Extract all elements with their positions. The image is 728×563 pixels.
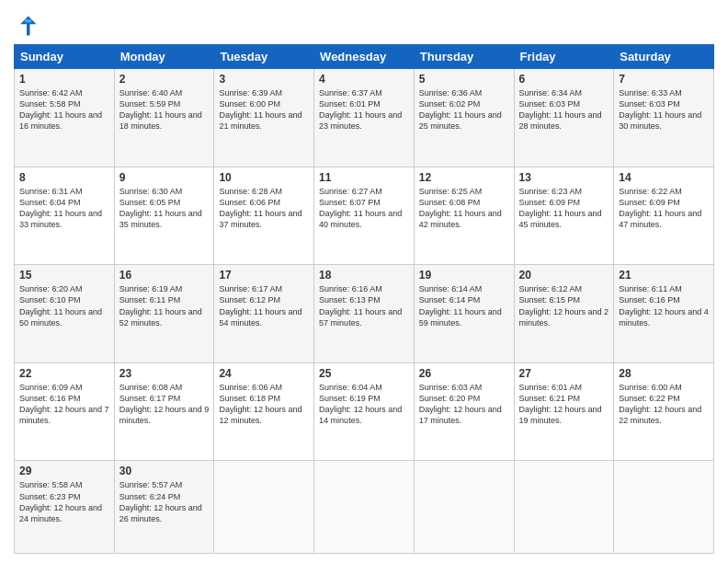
calendar-cell: 16 Sunrise: 6:19 AM Sunset: 6:11 PM Dayl… (114, 265, 214, 363)
calendar-cell: 29 Sunrise: 5:58 AM Sunset: 6:23 PM Dayl… (15, 461, 115, 554)
calendar-cell: 21 Sunrise: 6:11 AM Sunset: 6:16 PM Dayl… (614, 265, 714, 363)
logo (14, 9, 43, 39)
day-info: Sunrise: 6:19 AM Sunset: 6:11 PM Dayligh… (119, 283, 210, 328)
header-day-tuesday: Tuesday (214, 45, 314, 69)
header-day-thursday: Thursday (414, 45, 514, 69)
day-number: 9 (119, 171, 210, 184)
day-number: 29 (19, 465, 109, 477)
day-number: 14 (619, 171, 709, 184)
day-info: Sunrise: 6:25 AM Sunset: 6:08 PM Dayligh… (419, 186, 509, 231)
calendar-cell: 13 Sunrise: 6:23 AM Sunset: 6:09 PM Dayl… (514, 167, 614, 265)
day-number: 23 (119, 367, 210, 380)
day-number: 3 (219, 73, 309, 86)
day-info: Sunrise: 6:16 AM Sunset: 6:13 PM Dayligh… (319, 283, 409, 328)
calendar-cell: 2 Sunrise: 6:40 AM Sunset: 5:59 PM Dayli… (114, 69, 214, 167)
day-info: Sunrise: 5:57 AM Sunset: 6:24 PM Dayligh… (119, 479, 210, 524)
calendar-cell: 18 Sunrise: 6:16 AM Sunset: 6:13 PM Dayl… (314, 265, 415, 363)
calendar-cell: 4 Sunrise: 6:37 AM Sunset: 6:01 PM Dayli… (314, 69, 415, 167)
calendar-cell: 11 Sunrise: 6:27 AM Sunset: 6:07 PM Dayl… (314, 167, 415, 265)
day-info: Sunrise: 6:30 AM Sunset: 6:05 PM Dayligh… (119, 186, 210, 231)
day-info: Sunrise: 6:42 AM Sunset: 5:58 PM Dayligh… (19, 87, 109, 132)
day-info: Sunrise: 6:01 AM Sunset: 6:21 PM Dayligh… (519, 382, 609, 427)
day-info: Sunrise: 6:14 AM Sunset: 6:14 PM Dayligh… (419, 283, 509, 328)
calendar-cell (214, 461, 314, 554)
calendar-cell: 17 Sunrise: 6:17 AM Sunset: 6:12 PM Dayl… (214, 265, 314, 363)
day-info: Sunrise: 6:33 AM Sunset: 6:03 PM Dayligh… (619, 87, 709, 132)
day-info: Sunrise: 5:58 AM Sunset: 6:23 PM Dayligh… (19, 479, 109, 524)
calendar-table: SundayMondayTuesdayWednesdayThursdayFrid… (14, 44, 714, 554)
calendar-cell: 27 Sunrise: 6:01 AM Sunset: 6:21 PM Dayl… (514, 362, 614, 461)
calendar-cell: 3 Sunrise: 6:39 AM Sunset: 6:00 PM Dayli… (214, 69, 314, 167)
calendar-cell: 25 Sunrise: 6:04 AM Sunset: 6:19 PM Dayl… (314, 362, 415, 461)
day-number: 22 (19, 367, 109, 380)
calendar-cell: 7 Sunrise: 6:33 AM Sunset: 6:03 PM Dayli… (614, 69, 714, 167)
day-number: 18 (319, 269, 409, 282)
svg-marker-2 (25, 19, 31, 23)
day-number: 19 (419, 269, 509, 282)
calendar-cell: 26 Sunrise: 6:03 AM Sunset: 6:20 PM Dayl… (414, 362, 514, 461)
calendar-cell: 19 Sunrise: 6:14 AM Sunset: 6:14 PM Dayl… (414, 265, 514, 363)
calendar-cell: 30 Sunrise: 5:57 AM Sunset: 6:24 PM Dayl… (114, 461, 214, 554)
day-number: 25 (319, 367, 409, 380)
day-info: Sunrise: 6:17 AM Sunset: 6:12 PM Dayligh… (219, 283, 309, 328)
day-number: 8 (19, 171, 109, 184)
header-day-saturday: Saturday (614, 45, 714, 69)
header-row: SundayMondayTuesdayWednesdayThursdayFrid… (15, 45, 714, 69)
day-number: 12 (419, 171, 509, 184)
calendar-cell: 8 Sunrise: 6:31 AM Sunset: 6:04 PM Dayli… (15, 167, 115, 265)
calendar-cell (614, 461, 714, 554)
header-day-friday: Friday (514, 45, 614, 69)
calendar-cell: 10 Sunrise: 6:28 AM Sunset: 6:06 PM Dayl… (214, 167, 314, 265)
day-info: Sunrise: 6:31 AM Sunset: 6:04 PM Dayligh… (19, 186, 109, 231)
calendar-cell: 23 Sunrise: 6:08 AM Sunset: 6:17 PM Dayl… (114, 362, 214, 461)
day-info: Sunrise: 6:40 AM Sunset: 5:59 PM Dayligh… (119, 87, 210, 132)
day-number: 1 (19, 73, 109, 86)
day-number: 5 (419, 73, 509, 86)
day-info: Sunrise: 6:23 AM Sunset: 6:09 PM Dayligh… (519, 186, 609, 231)
day-number: 16 (119, 269, 210, 282)
header-day-monday: Monday (114, 45, 214, 69)
calendar-cell: 24 Sunrise: 6:06 AM Sunset: 6:18 PM Dayl… (214, 362, 314, 461)
calendar-cell: 28 Sunrise: 6:00 AM Sunset: 6:22 PM Dayl… (614, 362, 714, 461)
day-number: 4 (319, 73, 409, 86)
day-number: 15 (19, 269, 109, 282)
day-info: Sunrise: 6:00 AM Sunset: 6:22 PM Dayligh… (619, 382, 709, 427)
calendar-cell: 9 Sunrise: 6:30 AM Sunset: 6:05 PM Dayli… (114, 167, 214, 265)
day-info: Sunrise: 6:11 AM Sunset: 6:16 PM Dayligh… (619, 283, 709, 328)
page: SundayMondayTuesdayWednesdayThursdayFrid… (0, 0, 728, 563)
header-day-wednesday: Wednesday (314, 45, 415, 69)
calendar-cell: 15 Sunrise: 6:20 AM Sunset: 6:10 PM Dayl… (15, 265, 115, 363)
day-info: Sunrise: 6:04 AM Sunset: 6:19 PM Dayligh… (319, 382, 409, 427)
day-info: Sunrise: 6:34 AM Sunset: 6:03 PM Dayligh… (519, 87, 609, 132)
calendar-cell: 6 Sunrise: 6:34 AM Sunset: 6:03 PM Dayli… (514, 69, 614, 167)
day-number: 13 (519, 171, 609, 184)
day-info: Sunrise: 6:12 AM Sunset: 6:15 PM Dayligh… (519, 283, 609, 328)
day-number: 30 (119, 465, 210, 477)
header (14, 9, 714, 39)
calendar-cell (414, 461, 514, 554)
day-number: 26 (419, 367, 509, 380)
day-info: Sunrise: 6:36 AM Sunset: 6:02 PM Dayligh… (419, 87, 509, 132)
day-number: 17 (219, 269, 309, 282)
day-info: Sunrise: 6:09 AM Sunset: 6:16 PM Dayligh… (19, 382, 109, 427)
calendar-cell: 20 Sunrise: 6:12 AM Sunset: 6:15 PM Dayl… (514, 265, 614, 363)
calendar-cell (514, 461, 614, 554)
day-number: 27 (519, 367, 609, 380)
day-number: 21 (619, 269, 709, 282)
day-number: 10 (219, 171, 309, 184)
day-number: 11 (319, 171, 409, 184)
calendar-cell: 5 Sunrise: 6:36 AM Sunset: 6:02 PM Dayli… (414, 69, 514, 167)
day-info: Sunrise: 6:37 AM Sunset: 6:01 PM Dayligh… (319, 87, 409, 132)
svg-marker-1 (20, 17, 37, 36)
day-number: 2 (119, 73, 210, 86)
day-number: 24 (219, 367, 309, 380)
calendar-cell (314, 461, 415, 554)
day-info: Sunrise: 6:08 AM Sunset: 6:17 PM Dayligh… (119, 382, 210, 427)
header-day-sunday: Sunday (15, 45, 115, 69)
day-number: 6 (519, 73, 609, 86)
day-number: 28 (619, 367, 709, 380)
day-info: Sunrise: 6:22 AM Sunset: 6:09 PM Dayligh… (619, 186, 709, 231)
day-info: Sunrise: 6:03 AM Sunset: 6:20 PM Dayligh… (419, 382, 509, 427)
day-info: Sunrise: 6:27 AM Sunset: 6:07 PM Dayligh… (319, 186, 409, 231)
day-info: Sunrise: 6:39 AM Sunset: 6:00 PM Dayligh… (219, 87, 309, 132)
